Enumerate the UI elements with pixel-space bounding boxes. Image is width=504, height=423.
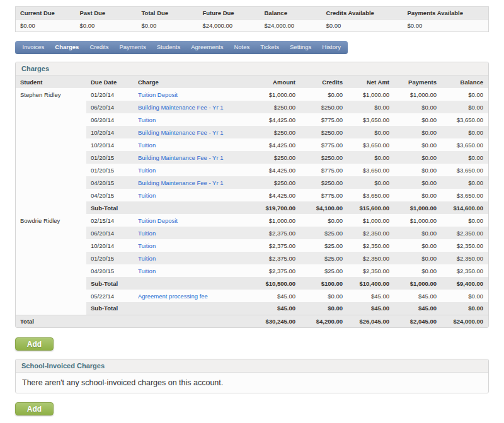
charge-row: 04/20/15Tuition$2,375.00$25.00$2,350.00$… (16, 264, 488, 277)
add-school-invoiced-charge-button[interactable]: Add (15, 402, 54, 415)
cell-charge: Building Maintenance Fee - Yr 1 (134, 151, 250, 164)
cell-amount: $250.00 (250, 126, 301, 138)
nav-tab-invoices[interactable]: Invoices (17, 41, 50, 54)
cell-amount: $250.00 (250, 151, 301, 164)
charge-link[interactable]: Tuition (138, 242, 156, 249)
charge-link[interactable]: Tuition (138, 255, 156, 262)
cell-credits: $25.00 (301, 227, 348, 239)
add-charge-button[interactable]: Add (15, 337, 54, 351)
nav-tab-history[interactable]: History (317, 41, 346, 54)
charge-row: 10/20/14Tuition$2,375.00$25.00$2,350.00$… (16, 239, 488, 252)
charge-link[interactable]: Building Maintenance Fee - Yr 1 (138, 129, 224, 136)
cell-payments: $1,000.00 (394, 201, 442, 214)
student-name-cell: Bowdrie Ridley (16, 214, 86, 315)
cell-amount: $250.00 (250, 176, 301, 189)
cell-balance: $0.00 (442, 151, 488, 164)
school-invoiced-panel: School-Invoiced Charges There aren't any… (15, 359, 489, 393)
cell-payments: $1,000.00 (394, 277, 442, 290)
cell-due-date: 02/15/14 (86, 214, 134, 227)
summary-column-header: Future Due (198, 7, 260, 20)
charge-link[interactable]: Tuition (138, 142, 156, 149)
cell-payments: $0.00 (394, 239, 442, 252)
cell-credits: $775.00 (301, 164, 348, 176)
cell-balance: $0.00 (442, 101, 488, 113)
cell-payments: $0.00 (394, 264, 442, 277)
cell-amount: $1,000.00 (250, 214, 301, 227)
nav-tab-credits[interactable]: Credits (84, 41, 114, 54)
nav-tab-notes[interactable]: Notes (229, 41, 255, 54)
charges-panel-title: Charges (16, 62, 488, 76)
cell-payments: $1,000.00 (394, 214, 442, 227)
cell-charge: Tuition (134, 113, 250, 126)
cell-balance: $2,350.00 (442, 252, 488, 264)
subtotal-spacer (134, 302, 250, 315)
cell-net_amt: $2,350.00 (348, 239, 394, 252)
charge-link[interactable]: Tuition Deposit (138, 91, 178, 98)
charge-link[interactable]: Tuition (138, 192, 156, 199)
cell-due-date: 01/20/15 (86, 252, 134, 264)
charge-link[interactable]: Tuition (138, 167, 156, 174)
nav-tab-students[interactable]: Students (151, 41, 186, 54)
nav-tab-tickets[interactable]: Tickets (255, 41, 285, 54)
charges-panel: Charges StudentDue DateChargeAmountCredi… (15, 62, 489, 328)
charge-row: Stephen Ridley01/20/14Tuition Deposit$1,… (16, 88, 488, 101)
cell-due-date: 06/20/14 (86, 113, 134, 126)
cell-payments: $0.00 (394, 227, 442, 239)
cell-net_amt: $3,650.00 (348, 138, 394, 151)
charges-column-header: Balance (442, 76, 488, 88)
cell-net_amt: $0.00 (348, 151, 394, 164)
cell-credits: $25.00 (301, 239, 348, 252)
charge-link[interactable]: Tuition Deposit (138, 217, 178, 224)
charges-column-header: Credits (301, 76, 348, 88)
charges-table: StudentDue DateChargeAmountCreditsNet Am… (16, 76, 488, 327)
summary-column-header: Total Due (137, 7, 198, 20)
cell-balance: $0.00 (442, 176, 488, 189)
cell-credits: $775.00 (301, 113, 348, 126)
cell-credits: $25.00 (301, 252, 348, 264)
cell-balance: $3,650.00 (442, 138, 488, 151)
charge-row: 05/22/14Agreement processing fee$45.00$0… (16, 290, 488, 302)
cell-charge: Tuition (134, 189, 250, 201)
cell-amount: $30,245.00 (250, 315, 301, 327)
subtotal-spacer (134, 277, 250, 290)
charge-link[interactable]: Agreement processing fee (138, 293, 208, 300)
charge-link[interactable]: Tuition (138, 268, 156, 274)
cell-due-date: 04/20/15 (86, 264, 134, 277)
charge-link[interactable]: Building Maintenance Fee - Yr 1 (138, 179, 224, 186)
charges-column-header: Net Amt (348, 76, 394, 88)
cell-payments: $0.00 (394, 164, 442, 176)
summary-column-header: Past Due (76, 7, 137, 20)
cell-payments: $0.00 (394, 113, 442, 126)
account-navbar: InvoicesChargesCreditsPaymentsStudentsAg… (15, 41, 348, 54)
cell-credits: $250.00 (301, 176, 348, 189)
cell-net_amt: $2,350.00 (348, 252, 394, 264)
account-summary-table: Current DuePast DueTotal DueFuture DueBa… (15, 6, 489, 32)
summary-column-header: Credits Available (322, 7, 403, 20)
cell-net_amt: $10,400.00 (348, 277, 394, 290)
cell-payments: $0.00 (394, 176, 442, 189)
cell-balance: $2,350.00 (442, 264, 488, 277)
cell-credits: $4,100.00 (301, 201, 348, 214)
charge-row: 06/20/14Tuition$2,375.00$25.00$2,350.00$… (16, 227, 488, 239)
cell-payments: $2,045.00 (394, 315, 442, 327)
charge-link[interactable]: Building Maintenance Fee - Yr 1 (138, 104, 224, 111)
cell-amount: $250.00 (250, 101, 301, 113)
cell-net_amt: $1,000.00 (348, 214, 394, 227)
nav-tab-payments[interactable]: Payments (114, 41, 151, 54)
nav-tab-agreements[interactable]: Agreements (186, 41, 229, 54)
charge-link[interactable]: Tuition (138, 230, 156, 237)
summary-column-header: Current Due (16, 7, 76, 20)
cell-payments: $0.00 (394, 138, 442, 151)
charge-row: 10/20/14Tuition$4,425.00$775.00$3,650.00… (16, 138, 488, 151)
charge-link[interactable]: Building Maintenance Fee - Yr 1 (138, 154, 224, 161)
nav-tab-charges[interactable]: Charges (50, 41, 84, 54)
cell-due-date: 01/20/15 (86, 151, 134, 164)
charge-link[interactable]: Tuition (138, 116, 156, 123)
nav-tab-settings[interactable]: Settings (285, 41, 317, 54)
cell-amount: $4,425.00 (250, 113, 301, 126)
cell-credits: $0.00 (301, 214, 348, 227)
cell-amount: $10,500.00 (250, 277, 301, 290)
cell-charge: Tuition Deposit (134, 88, 250, 101)
cell-due-date: 01/20/14 (86, 88, 134, 101)
cell-payments: $1,000.00 (394, 88, 442, 101)
